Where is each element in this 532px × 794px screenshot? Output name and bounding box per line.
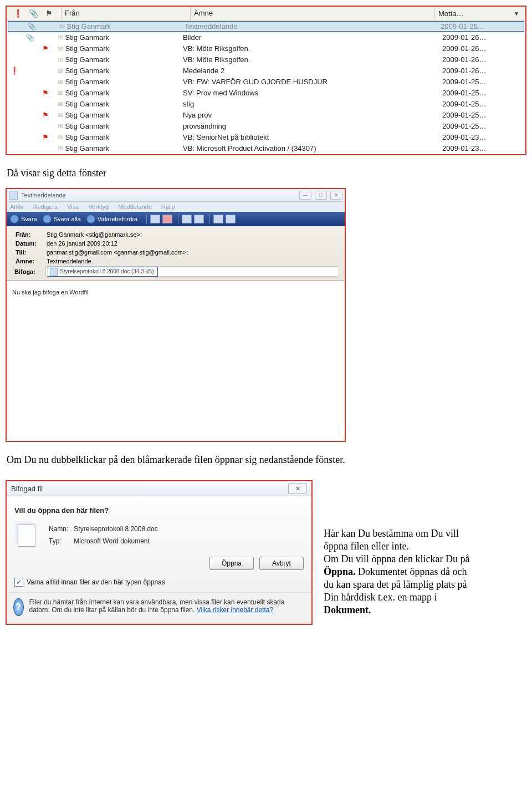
row-date: 2009-01-23…: [439, 144, 525, 152]
delete-icon[interactable]: [162, 215, 172, 223]
checkbox-icon[interactable]: ✓: [14, 578, 23, 587]
close-button[interactable]: ✕: [330, 191, 342, 200]
forward-icon: [86, 215, 95, 223]
row-from: ✉ Stig Ganmark: [54, 44, 180, 53]
open-button[interactable]: Öppna: [209, 557, 254, 570]
menu-verktyg[interactable]: Verktyg: [88, 203, 109, 210]
row-date: 2009-01-25…: [439, 111, 525, 119]
mail-row[interactable]: ✉ Stig Ganmarkstig2009-01-25…: [7, 99, 525, 110]
envelope-icon: ✉: [58, 56, 63, 64]
row-date: 2009-01-25…: [439, 122, 525, 130]
envelope-icon: ✉: [58, 45, 63, 53]
envelope-icon: ✉: [59, 23, 65, 30]
caption-2-wrap: Om Du nu dubbelklickar på den blåmarkera…: [7, 454, 525, 466]
mail-row[interactable]: ⚑✉ Stig GanmarkVB: Möte Riksgolfen.2009-…: [7, 43, 525, 54]
to-value: ganmar.stig@gmail.com <ganmar.stig@gmail…: [44, 248, 190, 256]
menu-redigera[interactable]: Redigera: [33, 203, 58, 210]
envelope-icon: ✉: [58, 123, 63, 130]
subject-label: Ämne:: [13, 257, 43, 265]
row-date: 2009-01-26…: [437, 22, 524, 30]
addressbook-icon[interactable]: [213, 215, 223, 223]
date-header[interactable]: Motta… ▼: [435, 7, 525, 20]
attachment-icon: [22, 111, 38, 119]
window-icon: [9, 191, 18, 200]
row-from: ✉ Stig Ganmark: [54, 89, 180, 97]
row-from: ✉ Stig Ganmark: [54, 67, 180, 75]
mail-row[interactable]: ❗✉ Stig GanmarkMedelande 22009-01-26…: [7, 65, 525, 77]
flag-icon: [39, 22, 55, 30]
dialog-close-button[interactable]: ✕: [288, 483, 307, 494]
menu-meddelande[interactable]: Meddelande: [118, 203, 152, 210]
row-from: ✉ Stig Ganmark: [54, 55, 180, 64]
minimize-button[interactable]: —: [299, 191, 311, 200]
window-title: Textmeddelande: [21, 192, 66, 198]
row-from: ✉ Stig Ganmark: [54, 78, 180, 86]
dialog-titlebar[interactable]: Bifogad fil ✕: [7, 481, 311, 496]
print-icon[interactable]: [150, 215, 160, 223]
flag-icon: ⚑: [38, 44, 53, 53]
importance-icon: ❗: [7, 67, 22, 75]
importance-icon: [8, 22, 24, 30]
mail-row[interactable]: 📎✉ Stig GanmarkBilder2009-01-26…: [7, 32, 525, 43]
importance-header-icon: ❗: [10, 9, 25, 18]
reply-all-icon: [43, 215, 52, 223]
row-subject: Nya prov: [180, 111, 439, 119]
menu-arkiv[interactable]: Arkiv: [10, 203, 23, 210]
mail-row[interactable]: 📎✉ Stig GanmarkTextmeddelande2009-01-26…: [8, 21, 524, 32]
row-subject: VB: Microsoft Product Activation / (3430…: [180, 144, 439, 152]
attachment-header-icon: 📎: [25, 9, 41, 18]
side-line-4: du kan spara det på lämplig plats på: [324, 579, 526, 591]
message-titlebar[interactable]: Textmeddelande — □ ✕: [7, 189, 345, 202]
menu-hjalp[interactable]: Hjälp: [161, 203, 175, 210]
cancel-button[interactable]: Avbryt: [259, 557, 304, 570]
flag-icon: [38, 33, 53, 42]
next-icon[interactable]: [194, 215, 204, 223]
dialog-question: Vill du öppna den här filen?: [14, 506, 304, 515]
envelope-icon: ✉: [58, 67, 63, 75]
subject-header[interactable]: Ämne: [191, 7, 435, 20]
menu-visa[interactable]: Visa: [67, 203, 79, 210]
row-subject: SV: Prov med Windows: [180, 89, 439, 97]
mail-row[interactable]: ✉ Stig GanmarkVB: Möte Riksgolfen.2009-0…: [7, 54, 525, 65]
forward-button[interactable]: Vidarebefordra: [86, 215, 138, 223]
mail-row[interactable]: ⚑✉ Stig GanmarkSV: Prov med Windows2009-…: [7, 88, 525, 99]
side-line-3b: Öppna. Dokumentet öppnas då och: [324, 566, 526, 578]
message-window: Textmeddelande — □ ✕ Arkiv Redigera Visa…: [6, 188, 346, 442]
maximize-button[interactable]: □: [315, 191, 327, 200]
row-from: ✉ Stig Ganmark: [54, 111, 180, 119]
row-from: ✉ Stig Ganmark: [54, 122, 180, 130]
row-date: 2009-01-23…: [439, 133, 525, 141]
sort-dropdown-icon[interactable]: ▼: [514, 11, 519, 17]
mail-row[interactable]: ✉ Stig GanmarkVB: Microsoft Product Acti…: [7, 143, 525, 154]
attachment-file[interactable]: Styrelseprotokoll 8 2008.doc (34,3 kB): [48, 267, 158, 277]
file-type-icon: [14, 522, 40, 548]
prev-icon[interactable]: [182, 215, 192, 223]
mail-row[interactable]: ✉ Stig Ganmarkprovsändning2009-01-25…: [7, 121, 525, 132]
attach-label: Bifoga:: [12, 268, 42, 276]
row-subject: Bilder: [180, 33, 439, 42]
row-date: 2009-01-26…: [439, 67, 525, 75]
reply-button[interactable]: Svara: [10, 215, 37, 223]
dialog-footer: ? Filer du hämtar från Internet kan vara…: [7, 592, 311, 624]
envelope-icon: ✉: [58, 34, 63, 42]
side-line-6: Dokument.: [324, 604, 526, 616]
risk-link[interactable]: Vilka risker innebär detta?: [197, 606, 274, 614]
flag-icon: [38, 67, 53, 75]
mail-row[interactable]: ✉ Stig GanmarkVB: FW: VARFÖR GUD GJORDE …: [7, 77, 525, 88]
mail-list-header: ❗ 📎 ⚑ Från Ämne Motta… ▼: [7, 7, 525, 21]
header-icon-columns[interactable]: ❗ 📎 ⚑: [7, 7, 62, 20]
row-date: 2009-01-25…: [439, 89, 525, 97]
side-line-5: Din hårddisk t.ex. en mapp i: [324, 592, 526, 603]
from-header[interactable]: Från: [62, 7, 191, 20]
row-date: 2009-01-25…: [439, 78, 525, 86]
mail-row[interactable]: ⚑✉ Stig GanmarkNya prov2009-01-25…: [7, 110, 525, 121]
mail-row[interactable]: ⚑✉ Stig GanmarkVB: SeniorNet på bibliote…: [7, 132, 525, 143]
attachment-name: Styrelseprotokoll 8 2008.doc (34,3 kB): [60, 268, 154, 274]
warn-checkbox-row[interactable]: ✓ Varna alltid innan filer av den här ty…: [14, 578, 304, 587]
help-icon[interactable]: [226, 215, 236, 223]
importance-icon: [7, 33, 22, 42]
reply-all-button[interactable]: Svara alla: [43, 215, 81, 223]
importance-icon: [7, 89, 22, 97]
row-date: 2009-01-26…: [439, 33, 525, 42]
envelope-icon: ✉: [58, 89, 63, 97]
